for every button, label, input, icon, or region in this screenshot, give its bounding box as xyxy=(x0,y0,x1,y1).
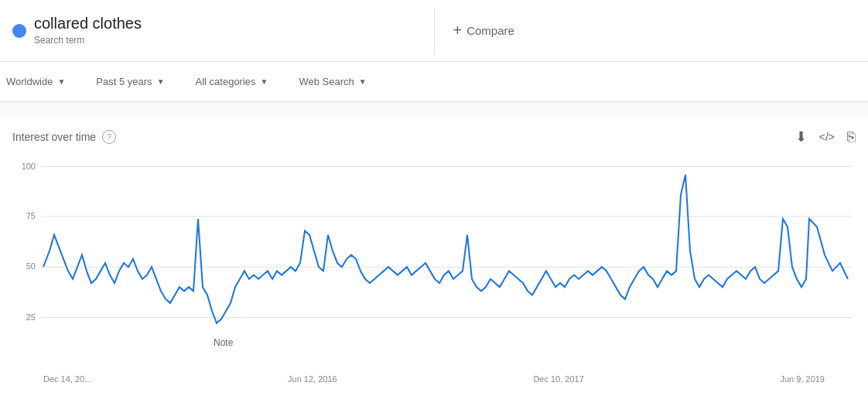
chart-container: 100 75 50 25 Note xyxy=(12,155,856,371)
compare-plus-icon: + xyxy=(453,22,463,39)
svg-text:25: 25 xyxy=(26,312,36,321)
chart-title: Interest over time xyxy=(12,131,96,143)
help-icon[interactable]: ? xyxy=(102,130,116,144)
code-icon[interactable]: </> xyxy=(819,131,835,143)
header-divider xyxy=(434,8,435,54)
chart-svg: 100 75 50 25 xyxy=(12,155,856,371)
svg-text:100: 100 xyxy=(22,161,36,170)
search-term-dot xyxy=(12,24,26,38)
filters-bar: Worldwide ▼ Past 5 years ▼ All categorie… xyxy=(0,62,868,102)
search-term-subtitle: Search term xyxy=(34,35,84,46)
x-label-3: Jun 9, 2019 xyxy=(781,374,825,384)
filter-categories-label: All categories xyxy=(196,76,256,87)
filter-categories[interactable]: All categories ▼ xyxy=(180,62,284,101)
search-term-title: collared clothes xyxy=(34,15,142,32)
chevron-categories-icon: ▼ xyxy=(261,77,268,86)
chart-header: Interest over time ? ⬇ </> ⎘ xyxy=(12,122,856,148)
note-label: Note xyxy=(214,337,233,348)
compare-label: Compare xyxy=(466,24,514,37)
filter-time-range[interactable]: Past 5 years ▼ xyxy=(80,62,179,101)
chevron-time-icon: ▼ xyxy=(157,77,165,86)
gray-band xyxy=(0,102,868,116)
filter-worldwide-label: Worldwide xyxy=(6,76,53,87)
download-icon[interactable]: ⬇ xyxy=(795,128,807,145)
filter-worldwide[interactable]: Worldwide ▼ xyxy=(0,62,80,101)
chevron-worldwide-icon: ▼ xyxy=(57,77,65,86)
svg-text:75: 75 xyxy=(26,211,36,220)
filter-time-range-label: Past 5 years xyxy=(96,76,152,87)
filter-search-type[interactable]: Web Search ▼ xyxy=(283,62,381,101)
x-label-2: Dec 10, 2017 xyxy=(533,374,583,384)
compare-section[interactable]: + Compare xyxy=(453,22,856,39)
search-term-text: collared clothes Search term xyxy=(34,15,142,46)
x-label-0: Dec 14, 20... xyxy=(43,374,91,384)
share-icon[interactable]: ⎘ xyxy=(847,129,856,145)
chart-section: Interest over time ? ⬇ </> ⎘ 100 75 50 2… xyxy=(0,116,868,384)
search-term-section: collared clothes Search term xyxy=(12,15,415,46)
header: collared clothes Search term + Compare xyxy=(0,0,868,62)
chart-actions: ⬇ </> ⎘ xyxy=(795,128,856,145)
x-axis-labels: Dec 14, 20... Jun 12, 2016 Dec 10, 2017 … xyxy=(12,371,856,384)
svg-text:50: 50 xyxy=(26,261,36,271)
chart-title-area: Interest over time ? xyxy=(12,130,116,144)
chevron-search-type-icon: ▼ xyxy=(359,77,367,86)
x-label-1: Jun 12, 2016 xyxy=(288,374,337,384)
filter-search-type-label: Web Search xyxy=(299,76,354,87)
